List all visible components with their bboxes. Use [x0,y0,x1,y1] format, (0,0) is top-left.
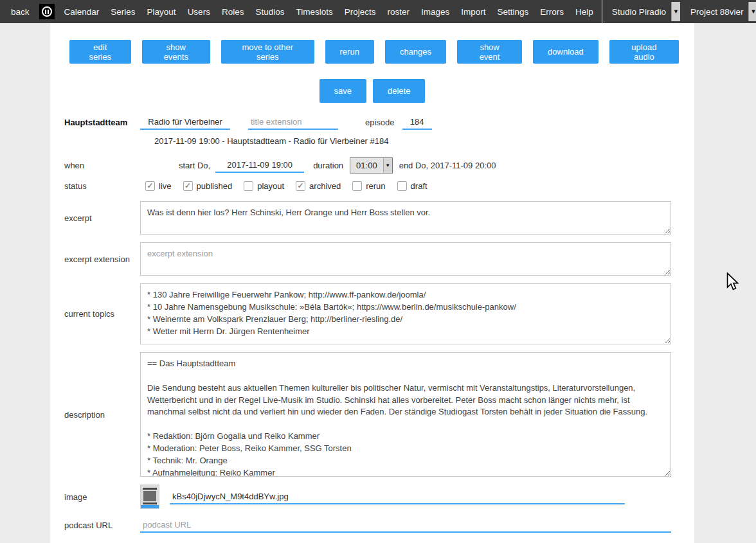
current-topics-label: current topics [50,309,140,319]
checkbox-published[interactable]: ✓ published [183,181,233,191]
nav-playout[interactable]: Playout [141,7,182,17]
duration-select[interactable]: 01:00 ▼ [350,157,393,174]
nav-back[interactable]: back [5,7,35,17]
rerun-button[interactable]: rerun [325,40,374,64]
episode-form: Hauptstadtteam episode 2017-11-09 19:00 … [50,115,694,543]
description-label: description [50,410,140,420]
save-button[interactable]: save [320,79,366,103]
move-to-other-series-button[interactable]: move to other series [221,40,314,64]
nav-help[interactable]: Help [570,7,599,17]
studio-select[interactable]: Studio Piradio ▼ [608,2,680,21]
current-topics-row: current topics * 130 Jahre Freiwillige F… [50,283,694,344]
when-row: when start Do, duration 01:00 ▼ end Do, … [50,157,694,174]
image-row: image [50,485,694,509]
nav-series[interactable]: Series [105,7,141,17]
image-label: image [50,492,140,502]
checkbox-icon: ✓ [244,181,253,191]
excerpt-label: excerpt [50,213,140,223]
checkbox-icon: ✓ [145,181,155,191]
piradio-logo-icon[interactable] [39,4,55,19]
chevron-down-icon: ▼ [671,2,680,21]
description-row: description == Das Hauptstadtteam Die Se… [50,352,694,477]
status-label: status [50,181,140,191]
podcast-url-label: podcast URL [50,521,140,530]
checkbox-rerun[interactable]: ✓ rerun [352,181,385,191]
start-day-label: start Do, [179,161,210,170]
nav-roster[interactable]: roster [381,7,415,17]
project-select[interactable]: Project 88vier ▼ [687,2,756,21]
nav-studios[interactable]: Studios [249,7,290,17]
show-events-button[interactable]: show events [142,40,210,64]
episode-summary-text: 2017-11-09 19:00 - Hauptstadtteam - Radi… [154,136,388,146]
when-label: when [50,161,140,170]
checkbox-icon: ✓ [352,181,362,191]
chevron-down-icon: ▼ [748,2,756,21]
upload-audio-button[interactable]: upload audio [609,40,679,64]
edit-series-button[interactable]: edit series [69,40,131,64]
nav-timeslots[interactable]: Timeslots [290,7,338,17]
image-filename-input[interactable] [170,490,625,504]
title-extension-input[interactable] [248,115,338,130]
excerpt-extension-label: excerpt extension [50,254,140,264]
nav-calendar[interactable]: Calendar [59,7,105,17]
summary-row: 2017-11-09 19:00 - Hauptstadtteam - Radi… [50,136,694,146]
nav-settings[interactable]: Settings [492,7,535,17]
nav-images[interactable]: Images [415,7,455,17]
checkbox-icon: ✓ [183,181,193,191]
end-datetime-text: end Do, 2017-11-09 20:00 [399,161,496,170]
episode-editor-panel: edit series show events move to other se… [50,23,694,543]
nav-separator [602,0,602,23]
checkbox-draft[interactable]: ✓ draft [397,181,428,191]
episode-input[interactable] [402,115,432,130]
excerpt-row: excerpt Was ist denn hier los? Herr Schi… [50,201,694,235]
checkbox-icon: ✓ [296,181,305,191]
chevron-down-icon: ▼ [383,158,392,173]
download-button[interactable]: download [533,40,598,64]
checkbox-archived[interactable]: ✓ archived [296,181,341,191]
title-row: Hauptstadtteam episode [50,115,694,130]
toolbar-row-main: edit series show events move to other se… [69,40,679,64]
excerpt-extension-row: excerpt extension [50,242,694,276]
title-input[interactable] [140,115,230,130]
description-textarea[interactable]: == Das Hauptstadtteam Die Sendung besteh… [140,352,671,477]
podcast-url-row: podcast URL [50,518,694,533]
delete-button[interactable]: delete [373,79,425,103]
podcast-url-input[interactable] [140,518,671,533]
episode-image-thumbnail[interactable] [140,485,159,509]
checkbox-live[interactable]: ✓ live [145,181,172,191]
nav-users[interactable]: Users [182,7,216,17]
nav-errors[interactable]: Errors [534,7,570,17]
toolbar-row-save: save delete [50,79,694,103]
checkbox-playout[interactable]: ✓ playout [244,181,284,191]
changes-button[interactable]: changes [385,40,446,64]
series-name-label: Hauptstadtteam [50,118,140,127]
show-event-button[interactable]: show event [457,40,522,64]
status-row: status ✓ live ✓ published ✓ playout ✓ ar… [50,181,694,191]
nav-roles[interactable]: Roles [216,7,250,17]
excerpt-textarea[interactable]: Was ist denn hier los? Herr Schinski, He… [140,201,671,235]
current-topics-textarea[interactable]: * 130 Jahre Freiwillige Feuerwehr Pankow… [140,283,671,344]
start-datetime-input[interactable] [215,158,304,173]
top-navbar: back Calendar Series Playout Users Roles… [0,0,756,23]
nav-projects[interactable]: Projects [339,7,382,17]
checkbox-icon: ✓ [397,181,407,191]
duration-label: duration [313,161,343,170]
episode-label: episode [365,118,395,127]
nav-import[interactable]: Import [455,7,491,17]
mouse-cursor-icon [726,272,739,292]
excerpt-extension-textarea[interactable] [140,242,671,276]
